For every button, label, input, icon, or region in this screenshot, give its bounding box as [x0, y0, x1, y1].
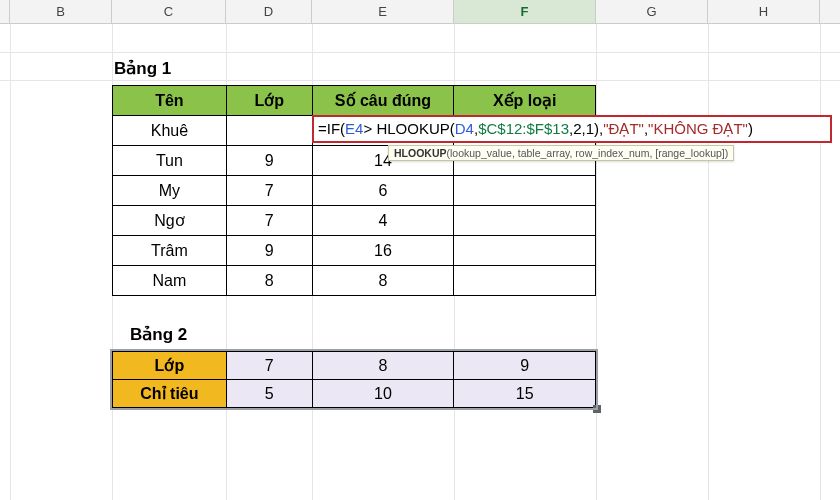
- tooltip-args: (lookup_value, table_array, row_index_nu…: [447, 147, 729, 159]
- cell-ten[interactable]: My: [113, 176, 227, 206]
- formula-eq: =: [318, 120, 327, 137]
- ref-D4: D4: [455, 120, 474, 137]
- cell[interactable]: 5: [226, 380, 312, 408]
- cell-lop[interactable]: [226, 116, 312, 146]
- formula-fn-if: IF: [327, 120, 340, 137]
- cell-xeploai[interactable]: [454, 206, 596, 236]
- bang2-label-chitieu[interactable]: Chỉ tiêu: [113, 380, 227, 408]
- function-tooltip: HLOOKUP(lookup_value, table_array, row_i…: [388, 145, 734, 161]
- col-header-G[interactable]: G: [596, 0, 708, 23]
- ref-E4: E4: [345, 120, 363, 137]
- cell-lop[interactable]: 8: [226, 266, 312, 296]
- str-khongdat: "KHÔNG ĐẠT": [648, 120, 748, 137]
- cell[interactable]: 9: [454, 352, 596, 380]
- formula-edit-overlay: =IF(E4> HLOOKUP(D4,$C$12:$F$13,2,1),"ĐẠT…: [312, 115, 832, 145]
- grid-area[interactable]: Bảng 1 Tên Lớp Số câu đúng Xếp loại Khuê: [0, 24, 840, 500]
- cell[interactable]: 15: [454, 380, 596, 408]
- bang2-selection: Lớp 7 8 9 Chỉ tiêu 5 10 15: [112, 351, 596, 408]
- cell-lop[interactable]: 9: [226, 236, 312, 266]
- table-row: Nam 8 8: [113, 266, 596, 296]
- col-header-C[interactable]: C: [112, 0, 226, 23]
- col-header-B[interactable]: B: [10, 0, 112, 23]
- formula-fn-hlookup: HLOOKUP: [376, 120, 449, 137]
- cell-socau[interactable]: 6: [312, 176, 454, 206]
- cell-ten[interactable]: Trâm: [113, 236, 227, 266]
- cell-socau[interactable]: 8: [312, 266, 454, 296]
- cell-socau[interactable]: 4: [312, 206, 454, 236]
- cell-ten[interactable]: Tun: [113, 146, 227, 176]
- cell[interactable]: 10: [312, 380, 454, 408]
- table-row: My 7 6: [113, 176, 596, 206]
- bang2-title: Bảng 2: [112, 320, 812, 351]
- cell[interactable]: 8: [312, 352, 454, 380]
- op-gt: >: [363, 120, 372, 137]
- bang2-table: Lớp 7 8 9 Chỉ tiêu 5 10 15: [112, 351, 596, 408]
- col-header-D[interactable]: D: [226, 0, 312, 23]
- cell[interactable]: 7: [226, 352, 312, 380]
- table-row: Chỉ tiêu 5 10 15: [113, 380, 596, 408]
- formula-input[interactable]: =IF(E4> HLOOKUP(D4,$C$12:$F$13,2,1),"ĐẠT…: [312, 115, 832, 143]
- col-header-F[interactable]: F: [454, 0, 596, 23]
- bang1-h-ten[interactable]: Tên: [113, 86, 227, 116]
- bang1-header-row: Tên Lớp Số câu đúng Xếp loại: [113, 86, 596, 116]
- num-1: 1: [586, 120, 594, 137]
- column-header-row: B C D E F G H: [0, 0, 840, 24]
- bang2-label-lop[interactable]: Lớp: [113, 352, 227, 380]
- cell-socau[interactable]: 16: [312, 236, 454, 266]
- cell-lop[interactable]: 9: [226, 146, 312, 176]
- bang1-h-xeploai[interactable]: Xếp loại: [454, 86, 596, 116]
- cell-xeploai[interactable]: [454, 176, 596, 206]
- tooltip-fn: HLOOKUP: [394, 147, 447, 159]
- cell-xeploai[interactable]: [454, 236, 596, 266]
- str-dat: "ĐẠT": [603, 120, 644, 137]
- corner-spacer: [0, 0, 10, 23]
- cell-xeploai[interactable]: [454, 266, 596, 296]
- paren: ): [748, 120, 753, 137]
- bang1-h-lop[interactable]: Lớp: [226, 86, 312, 116]
- content-region: Bảng 1 Tên Lớp Số câu đúng Xếp loại Khuê: [112, 54, 812, 412]
- bang1-title: Bảng 1: [112, 54, 812, 85]
- cell-lop[interactable]: 7: [226, 176, 312, 206]
- range-ref: $C$12:$F$13: [478, 120, 569, 137]
- cell-lop[interactable]: 7: [226, 206, 312, 236]
- table-row: Lớp 7 8 9: [113, 352, 596, 380]
- cell-ten[interactable]: Ngơ: [113, 206, 227, 236]
- table-row: Trâm 9 16: [113, 236, 596, 266]
- cell-ten[interactable]: Khuê: [113, 116, 227, 146]
- col-header-H[interactable]: H: [708, 0, 820, 23]
- num-2: 2: [573, 120, 581, 137]
- table-row: Ngơ 7 4: [113, 206, 596, 236]
- col-header-E[interactable]: E: [312, 0, 454, 23]
- spreadsheet-app: B C D E F G H Bảng 1: [0, 0, 840, 500]
- cell-ten[interactable]: Nam: [113, 266, 227, 296]
- bang1-h-socau[interactable]: Số câu đúng: [312, 86, 454, 116]
